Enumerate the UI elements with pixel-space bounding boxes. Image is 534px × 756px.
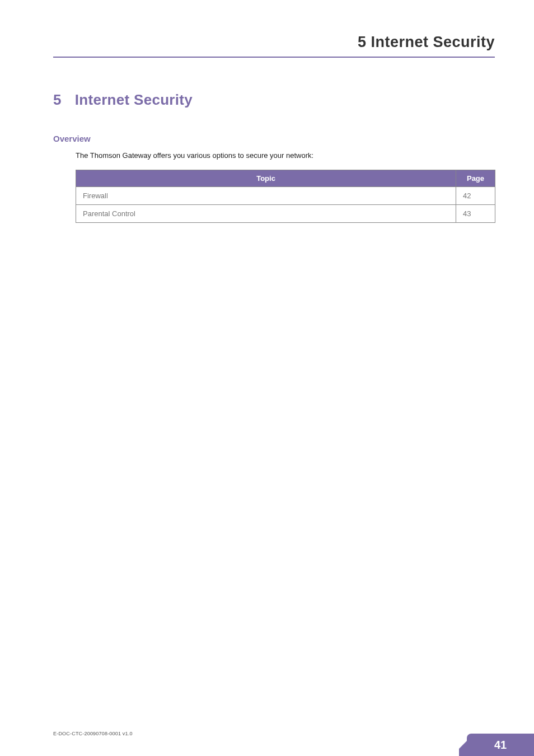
page-number-tab: 41 [467, 734, 534, 756]
table-row: Firewall 42 [76, 187, 495, 205]
table-cell-topic: Firewall [76, 187, 456, 205]
table-cell-page: 43 [456, 205, 495, 223]
chapter-title: Internet Security [75, 91, 193, 108]
running-header: 5 Internet Security [53, 34, 495, 58]
topic-table: Topic Page Firewall 42 Parental Control … [76, 170, 495, 223]
table-header-row: Topic Page [76, 170, 495, 187]
table-cell-page: 42 [456, 187, 495, 205]
chapter-number: 5 [53, 91, 62, 109]
page-footer: E-DOC-CTC-20090708-0001 v1.0 41 [0, 734, 534, 756]
table-header-page: Page [456, 170, 495, 187]
overview-heading: Overview [53, 134, 495, 143]
document-id: E-DOC-CTC-20090708-0001 v1.0 [53, 731, 133, 736]
running-header-number: 5 [358, 34, 367, 50]
table-cell-topic: Parental Control [76, 205, 456, 223]
page-number: 41 [494, 739, 507, 751]
chapter-heading: 5Internet Security [53, 91, 495, 109]
running-header-title: Internet Security [371, 34, 495, 50]
overview-text: The Thomson Gateway offers you various o… [76, 151, 495, 160]
table-header-topic: Topic [76, 170, 456, 187]
table-row: Parental Control 43 [76, 205, 495, 223]
